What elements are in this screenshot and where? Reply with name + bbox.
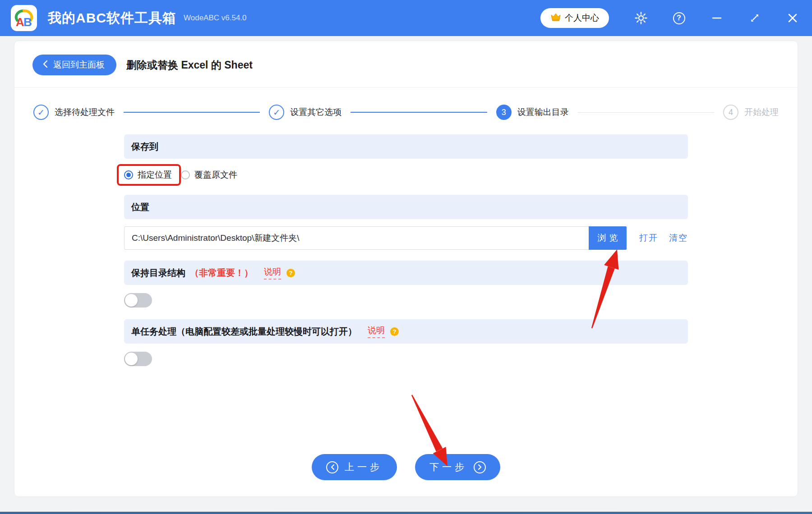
step-connector [124, 112, 260, 113]
maximize-icon[interactable] [747, 10, 762, 26]
question-badge-icon[interactable]: ? [390, 327, 399, 336]
keep-structure-section-header: 保持目录结构 （非常重要！） 说明 ? [124, 261, 688, 285]
next-step-button[interactable]: 下一步 [415, 454, 500, 480]
back-button-label: 返回到主面板 [53, 59, 105, 71]
previous-step-button[interactable]: 上一步 [312, 454, 397, 480]
titlebar: A B 我的ABC软件工具箱 WodeABC v6.54.0 个人中心 [0, 0, 812, 36]
step-number-badge: 3 [496, 105, 512, 120]
circle-chevron-right-icon [474, 461, 486, 473]
browse-button[interactable]: 浏览 [589, 226, 627, 250]
path-link-buttons: 打开 清空 [639, 232, 688, 244]
step-select-files: ✓ 选择待处理文件 [33, 105, 115, 120]
keep-structure-help-link[interactable]: 说明 [264, 266, 281, 280]
circle-chevron-left-icon [326, 461, 338, 473]
step-start-processing: 4 开始处理 [723, 105, 779, 120]
gear-icon[interactable] [633, 10, 649, 26]
question-badge-icon[interactable]: ? [286, 269, 295, 277]
radio-selected-icon [124, 170, 133, 179]
keep-structure-toggle[interactable] [124, 293, 152, 307]
titlebar-controls: ? [633, 10, 800, 26]
red-highlight-box: 指定位置 [117, 164, 181, 186]
app-window: { "titlebar": { "app_title": "我的ABC软件工具箱… [0, 0, 812, 514]
svg-text:B: B [23, 15, 32, 28]
single-task-section-header: 单任务处理（电脑配置较差或批量处理较慢时可以打开） 说明 ? [124, 319, 688, 344]
help-question-glyph: ? [673, 12, 685, 24]
keep-structure-title: 保持目录结构 [131, 267, 185, 279]
clear-path-link[interactable]: 清空 [669, 232, 688, 244]
page-title: 删除或替换 Excel 的 Sheet [126, 58, 253, 72]
step-other-options: ✓ 设置其它选项 [269, 105, 341, 120]
app-version: WodeABC v6.54.0 [184, 14, 247, 23]
crown-icon [550, 13, 561, 23]
user-center-button[interactable]: 个人中心 [540, 8, 609, 28]
step-output-directory: 3 设置输出目录 [496, 105, 569, 120]
chevron-left-icon [42, 60, 48, 70]
open-folder-link[interactable]: 打开 [639, 232, 658, 244]
app-title: 我的ABC软件工具箱 [48, 9, 176, 28]
step-connector [351, 112, 487, 113]
single-task-title: 单任务处理（电脑配置较差或批量处理较慢时可以打开） [131, 326, 357, 338]
save-to-title: 保存到 [131, 141, 158, 153]
step-check-icon: ✓ [33, 105, 49, 120]
wizard-steps: ✓ 选择待处理文件 ✓ 设置其它选项 3 设置输出目录 4 开始处理 [14, 87, 798, 132]
settings-content: 保存到 指定位置 覆盖原文件 位置 浏览 打开 清空 [124, 134, 688, 378]
save-to-section-header: 保存到 [124, 134, 688, 159]
save-to-options: 指定位置 覆盖原文件 [124, 164, 688, 186]
app-logo-icon: A B [11, 5, 37, 31]
step-connector [578, 112, 714, 113]
user-center-label: 个人中心 [565, 12, 599, 24]
help-icon[interactable]: ? [671, 10, 687, 26]
close-icon[interactable] [785, 10, 800, 26]
minimize-icon[interactable] [709, 10, 724, 26]
radio-specified-location[interactable]: 指定位置 [124, 169, 172, 181]
step-number-badge: 4 [723, 105, 738, 120]
step-check-icon: ✓ [269, 105, 284, 120]
next-step-label: 下一步 [429, 461, 467, 473]
output-path-input[interactable] [124, 226, 589, 250]
page-header: 返回到主面板 删除或替换 Excel 的 Sheet [14, 41, 798, 87]
location-title: 位置 [131, 201, 149, 213]
location-section-header: 位置 [124, 195, 688, 219]
single-task-help-link[interactable]: 说明 [368, 325, 385, 338]
single-task-toggle[interactable] [124, 352, 152, 366]
important-note: （非常重要！） [190, 267, 253, 279]
main-panel: 返回到主面板 删除或替换 Excel 的 Sheet ✓ 选择待处理文件 ✓ 设… [14, 41, 798, 497]
back-to-main-button[interactable]: 返回到主面板 [32, 55, 116, 75]
radio-overwrite-original[interactable]: 覆盖原文件 [181, 169, 237, 181]
location-path-row: 浏览 打开 清空 [124, 226, 688, 250]
radio-unselected-icon [181, 170, 190, 179]
previous-step-label: 上一步 [345, 461, 383, 473]
wizard-footer: 上一步 下一步 [14, 454, 798, 496]
